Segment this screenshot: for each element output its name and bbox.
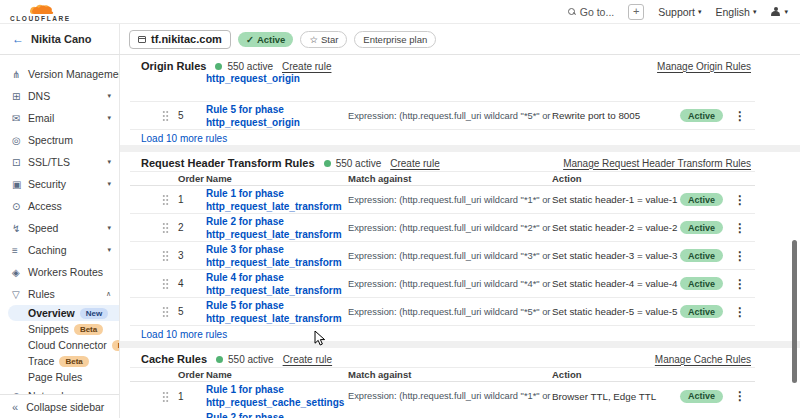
drag-handle-icon[interactable] <box>162 194 169 205</box>
transform-create-rule-link[interactable]: Create rule <box>390 158 439 169</box>
rule-status-badge: Active <box>680 193 723 206</box>
dns-icon: ⊞ <box>12 91 28 102</box>
user-menu[interactable]: ▾ <box>770 7 788 17</box>
sidebar-item[interactable]: ⊞ DNS ▾ <box>0 85 119 107</box>
transform-load-more-link[interactable]: Load 10 more rules <box>130 326 755 341</box>
rule-name-link[interactable]: Rule 2 for phase http_request_late_trans… <box>206 215 348 241</box>
sidebar-item[interactable]: ↯ Speed ▾ <box>0 217 119 239</box>
drag-handle-icon[interactable] <box>162 306 169 317</box>
origin-rule-row-partial[interactable]: http_request_origin <box>130 74 755 102</box>
kebab-menu-icon[interactable]: ⋮ <box>734 277 746 291</box>
sidebar-item-label: Workers Routes <box>28 266 103 278</box>
language-menu[interactable]: English ▾ <box>716 6 757 18</box>
sidebar-item[interactable]: ◎ Spectrum <box>0 129 119 151</box>
section-divider <box>120 145 800 152</box>
sidebar-item[interactable]: ▣ Security ▾ <box>0 173 119 195</box>
column-match: Match against <box>348 173 552 184</box>
table-row[interactable]: 2 Rule 2 for phase http_request_late_tra… <box>130 214 755 242</box>
rule-match-expression: Expression: (http.request.full_uri wildc… <box>348 195 552 205</box>
rule-name-link[interactable]: Rule 2 for phase http_request_cache_sett… <box>206 411 348 418</box>
table-row[interactable]: 2 Rule 2 for phase http_request_cache_se… <box>130 410 755 418</box>
column-name: Name <box>206 173 348 184</box>
kebab-menu-icon[interactable]: ⋮ <box>734 389 746 403</box>
goto-search[interactable]: Go to... <box>568 6 614 18</box>
sidebar-item[interactable]: Overview New <box>8 305 119 321</box>
chevron-down-icon: ▾ <box>753 8 757 16</box>
sidebar-item[interactable]: ▽ Rules ∧ <box>0 283 119 305</box>
sidebar-item[interactable]: Cloud Connector Beta <box>0 337 119 353</box>
zone-selector[interactable]: tf.nikitac.com <box>129 30 231 49</box>
zone-header-bar: ← Nikita Cano tf.nikitac.com ✓ Active ☆ … <box>0 24 800 55</box>
manage-cache-rules-link[interactable]: Manage Cache Rules <box>655 354 751 365</box>
support-menu[interactable]: Support ▾ <box>658 6 701 18</box>
rule-match-expression: Expression: (http.request.full_uri wildc… <box>348 251 552 261</box>
user-icon <box>770 7 781 17</box>
manage-origin-rules-link[interactable]: Manage Origin Rules <box>657 61 751 72</box>
collapse-sidebar-button[interactable]: « Collapse sidebar <box>0 394 119 418</box>
cache-rules-section: Cache Rules 550 active Create rule Manag… <box>130 348 755 418</box>
table-row[interactable]: 4 Rule 4 for phase http_request_late_tra… <box>130 270 755 298</box>
kebab-menu-icon[interactable]: ⋮ <box>734 193 746 207</box>
origin-active-count: 550 active <box>227 61 273 72</box>
sidebar-item[interactable]: ⊡ SSL/TLS ▾ <box>0 151 119 173</box>
sidebar-item[interactable]: Snippets Beta <box>0 321 119 337</box>
table-row[interactable]: 5 Rule 5 for phase http_request_late_tra… <box>130 298 755 326</box>
kebab-menu-icon[interactable]: ⋮ <box>734 305 746 319</box>
sidebar-item-label: Speed <box>28 222 58 234</box>
rule-name-link[interactable]: Rule 1 for phase http_request_cache_sett… <box>206 383 348 409</box>
sidebar-item-label: Security <box>28 178 66 190</box>
kebab-menu-icon[interactable]: ⋮ <box>734 249 746 263</box>
rule-action: Set static header-5 = value-5 <box>552 306 680 317</box>
table-row[interactable]: 3 Rule 3 for phase http_request_late_tra… <box>130 242 755 270</box>
rule-status-badge: Active <box>680 109 723 122</box>
scrollbar-thumb[interactable] <box>792 240 797 383</box>
rule-action: Set static header-1 = value-1 <box>552 194 680 205</box>
drag-handle-icon[interactable] <box>162 250 169 261</box>
top-navigation-bar: CLOUDFLARE Go to... + Support ▾ English … <box>0 0 800 24</box>
star-button[interactable]: ☆ Star <box>300 31 347 48</box>
zone-domain: tf.nikitac.com <box>151 33 222 45</box>
caching-icon: ≡ <box>12 245 28 256</box>
table-row[interactable]: 1 Rule 1 for phase http_request_cache_se… <box>130 382 755 410</box>
version-management-icon: ⋔ <box>12 69 28 80</box>
kebab-menu-icon[interactable]: ⋮ <box>734 221 746 235</box>
add-button[interactable]: + <box>628 4 644 20</box>
drag-handle-icon[interactable] <box>162 391 169 402</box>
back-arrow-icon[interactable]: ← <box>12 32 24 46</box>
rule-name-link[interactable]: Rule 5 for phase http_request_origin <box>206 103 348 129</box>
sidebar-item[interactable]: ⊙ Access <box>0 195 119 217</box>
sidebar-item[interactable]: Page Rules <box>0 369 119 385</box>
cache-rules-table: 1 Rule 1 for phase http_request_cache_se… <box>130 382 755 418</box>
rule-name-link[interactable]: http_request_origin <box>206 74 348 85</box>
sidebar-item[interactable]: ⊕ Network <box>0 385 119 394</box>
chevron-icon: ▾ <box>107 224 111 232</box>
rule-name-link[interactable]: Rule 1 for phase http_request_late_trans… <box>206 187 348 213</box>
table-row[interactable]: 1 Rule 1 for phase http_request_late_tra… <box>130 186 755 214</box>
column-match: Match against <box>348 369 552 380</box>
rule-order: 5 <box>178 110 206 121</box>
rule-name-link[interactable]: Rule 4 for phase http_request_late_trans… <box>206 271 348 297</box>
column-name: Name <box>206 369 348 380</box>
kebab-menu-icon[interactable]: ⋮ <box>734 109 746 123</box>
drag-handle-icon[interactable] <box>162 222 169 233</box>
account-name: Nikita Cano <box>31 33 92 45</box>
cache-create-rule-link[interactable]: Create rule <box>283 354 332 365</box>
origin-create-rule-link[interactable]: Create rule <box>282 61 331 72</box>
support-label: Support <box>658 6 695 18</box>
sidebar-item[interactable]: ⋔ Version Management <box>0 63 119 85</box>
sidebar-item[interactable]: Trace Beta <box>0 353 119 369</box>
origin-load-more-link[interactable]: Load 10 more rules <box>130 130 755 145</box>
rule-action: Set static header-3 = value-3 <box>552 250 680 261</box>
column-action: Action <box>552 369 680 380</box>
rule-name-link[interactable]: Rule 5 for phase http_request_late_trans… <box>206 299 348 325</box>
sidebar-item[interactable]: ◈ Workers Routes <box>0 261 119 283</box>
sidebar-item[interactable]: ✉ Email ▾ <box>0 107 119 129</box>
manage-transform-rules-link[interactable]: Manage Request Header Transform Rules <box>563 158 751 169</box>
sidebar-item[interactable]: ≡ Caching ▾ <box>0 239 119 261</box>
sidebar-item-label: Version Management <box>28 68 119 80</box>
origin-rule-row[interactable]: 5 Rule 5 for phase http_request_origin E… <box>130 102 755 130</box>
rule-status-badge: Active <box>680 390 723 403</box>
drag-handle-icon[interactable] <box>162 278 169 289</box>
drag-handle-icon[interactable] <box>162 110 169 121</box>
rule-name-link[interactable]: Rule 3 for phase http_request_late_trans… <box>206 243 348 269</box>
